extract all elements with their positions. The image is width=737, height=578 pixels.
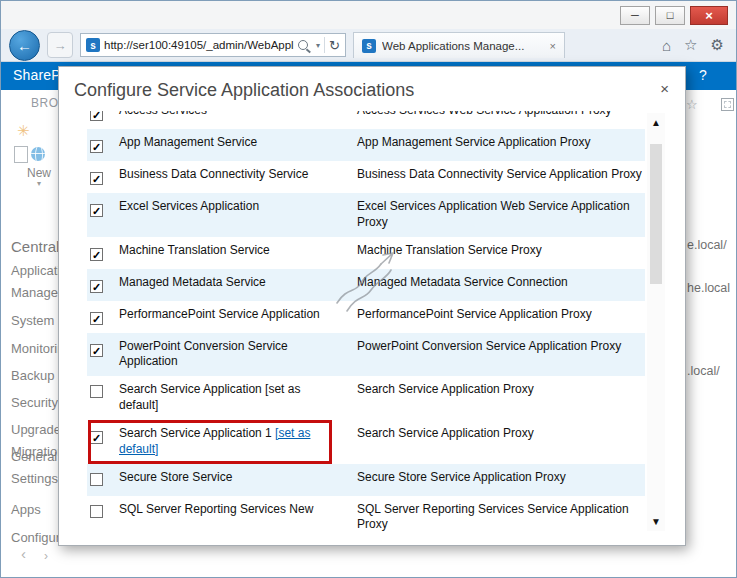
service-application-cell: SQL Server Reporting Services New	[119, 502, 357, 533]
association-checkbox[interactable]: ✓	[90, 204, 103, 217]
table-row: ✓ PowerPoint Conversion Service Applicat…	[87, 333, 645, 377]
service-application-cell: Machine Translation Service	[119, 243, 357, 263]
scroll-down-arrow[interactable]: ▼	[651, 512, 661, 531]
home-icon[interactable]: ⌂	[662, 37, 671, 54]
forward-arrow-icon: →	[54, 38, 67, 53]
browser-tab[interactable]: s Web Applications Manage... ×	[353, 32, 565, 58]
table-row: SQL Server Reporting Services New SQL Se…	[87, 496, 645, 533]
service-application-name: Excel Services Application	[119, 199, 259, 213]
service-application-name: Secure Store Service	[119, 470, 232, 484]
service-application-name: Machine Translation Service	[119, 243, 270, 257]
association-checkbox[interactable]	[90, 473, 103, 486]
search-icon[interactable]	[298, 40, 308, 50]
association-checkbox[interactable]: ✓	[90, 111, 103, 121]
service-proxy-cell: Excel Services Application Web Service A…	[357, 199, 645, 231]
back-button[interactable]: ←	[9, 30, 40, 61]
service-associations-dialog: Configure Service Application Associatio…	[58, 66, 686, 546]
service-proxy-cell: Search Service Application Proxy	[357, 426, 645, 458]
service-proxy-cell: Access Services Web Service Application …	[357, 111, 645, 123]
service-application-name: SQL Server Reporting Services New	[119, 502, 313, 516]
table-row: ✓ Search Service Application 1 [set as d…	[87, 420, 645, 464]
service-proxy-cell: PowerPoint Conversion Service Applicatio…	[357, 339, 645, 371]
favorites-star-icon[interactable]: ☆	[684, 36, 697, 54]
maximize-button[interactable]: □	[655, 6, 685, 25]
help-icon[interactable]: ?	[699, 67, 707, 83]
service-application-cell: Managed Metadata Service	[119, 275, 357, 295]
association-checkbox[interactable]: ✓	[90, 248, 103, 261]
table-row: Search Service Application [set as defau…	[87, 376, 645, 420]
address-url: http://ser100:49105/_admin/WebAppli	[104, 39, 294, 51]
association-checkbox[interactable]: ✓	[90, 431, 103, 444]
gear-icon[interactable]: ⚙	[711, 36, 724, 54]
window-close-button[interactable]: ×	[690, 6, 728, 25]
checkbox-cell: ✓	[87, 199, 119, 231]
table-row: ✓ PerformancePoint Service Application P…	[87, 301, 645, 333]
association-checkbox[interactable]: ✓	[90, 280, 103, 293]
service-proxy-cell: Secure Store Service Application Proxy	[357, 470, 645, 490]
table-row: ✓ Excel Services Application Excel Servi…	[87, 193, 645, 237]
service-application-cell: Excel Services Application	[119, 199, 357, 231]
checkbox-cell: ✓	[87, 167, 119, 187]
tab-title: Web Applications Manage...	[382, 40, 544, 52]
minimize-button[interactable]: ─	[620, 6, 650, 25]
refresh-icon[interactable]: ↻	[329, 38, 340, 53]
dialog-close-icon[interactable]: ×	[660, 80, 669, 98]
address-divider	[324, 37, 325, 53]
scrollbar-track[interactable]	[647, 132, 665, 512]
table-row: Secure Store Service Secure Store Servic…	[87, 464, 645, 496]
scrollbar-thumb[interactable]	[650, 144, 662, 284]
service-application-name: Search Service Application [set as defau…	[119, 382, 300, 412]
dialog-scrollbar[interactable]: ▲ ▼	[647, 113, 665, 531]
checkbox-cell	[87, 382, 119, 414]
browser-toolbar-icons: ⌂ ☆ ⚙	[662, 36, 728, 54]
service-application-cell: Search Service Application 1 [set as def…	[119, 426, 357, 458]
chevron-down-icon[interactable]: ▾	[316, 41, 320, 50]
dialog-header: Configure Service Application Associatio…	[59, 67, 685, 101]
dialog-title: Configure Service Application Associatio…	[74, 80, 414, 101]
association-checkbox[interactable]: ✓	[90, 140, 103, 153]
service-application-name: Search Service Application 1	[119, 426, 275, 440]
service-application-cell: Search Service Application [set as defau…	[119, 382, 357, 414]
association-checkbox[interactable]: ✓	[90, 172, 103, 185]
service-proxy-cell: App Management Service Application Proxy	[357, 135, 645, 155]
back-arrow-icon: ←	[17, 37, 32, 54]
association-checkbox[interactable]	[90, 385, 103, 398]
checkbox-cell: ✓	[87, 426, 119, 458]
checkbox-cell	[87, 502, 119, 533]
forward-button[interactable]: →	[47, 32, 73, 58]
table-row: ✓ Machine Translation Service Machine Tr…	[87, 237, 645, 269]
service-application-name: PowerPoint Conversion Service Applicatio…	[119, 339, 288, 369]
checkbox-cell: ✓	[87, 307, 119, 327]
scroll-up-arrow[interactable]: ▲	[651, 113, 661, 132]
service-proxy-cell: Machine Translation Service Proxy	[357, 243, 645, 263]
sharepoint-favicon: s	[86, 38, 100, 52]
checkbox-cell	[87, 470, 119, 490]
service-application-cell: Business Data Connectivity Service	[119, 167, 357, 187]
service-application-cell: PowerPoint Conversion Service Applicatio…	[119, 339, 357, 371]
table-row: ✓ Access Services Access Services Web Se…	[87, 111, 645, 129]
association-checkbox[interactable]: ✓	[90, 312, 103, 325]
address-bar[interactable]: s http://ser100:49105/_admin/WebAppli ▾ …	[80, 33, 346, 57]
service-application-name: PerformancePoint Service Application	[119, 307, 320, 321]
table-row: ✓ Managed Metadata Service Managed Metad…	[87, 269, 645, 301]
service-proxy-cell: Business Data Connectivity Service Appli…	[357, 167, 645, 187]
checkbox-cell: ✓	[87, 135, 119, 155]
browser-navbar: ← → s http://ser100:49105/_admin/WebAppl…	[1, 29, 736, 62]
checkbox-cell: ✓	[87, 275, 119, 295]
checkbox-cell: ✓	[87, 111, 119, 123]
service-application-name: App Management Service	[119, 135, 257, 149]
service-proxy-cell: SQL Server Reporting Services Service Ap…	[357, 502, 645, 533]
browser-window: ─ □ × ← → s http://ser100:49105/_admin/W…	[0, 0, 737, 578]
table-row: ✓ App Management Service App Management …	[87, 129, 645, 161]
tab-close-icon[interactable]: ×	[550, 40, 556, 52]
service-application-cell: PerformancePoint Service Application	[119, 307, 357, 327]
service-application-cell: App Management Service	[119, 135, 357, 155]
table-row: ✓ Business Data Connectivity Service Bus…	[87, 161, 645, 193]
association-checkbox[interactable]	[90, 505, 103, 518]
checkbox-cell: ✓	[87, 339, 119, 371]
association-checkbox[interactable]: ✓	[90, 344, 103, 357]
service-proxy-cell: Search Service Application Proxy	[357, 382, 645, 414]
checkbox-cell: ✓	[87, 243, 119, 263]
service-application-cell: Secure Store Service	[119, 470, 357, 490]
service-application-name: Access Services	[119, 111, 207, 117]
